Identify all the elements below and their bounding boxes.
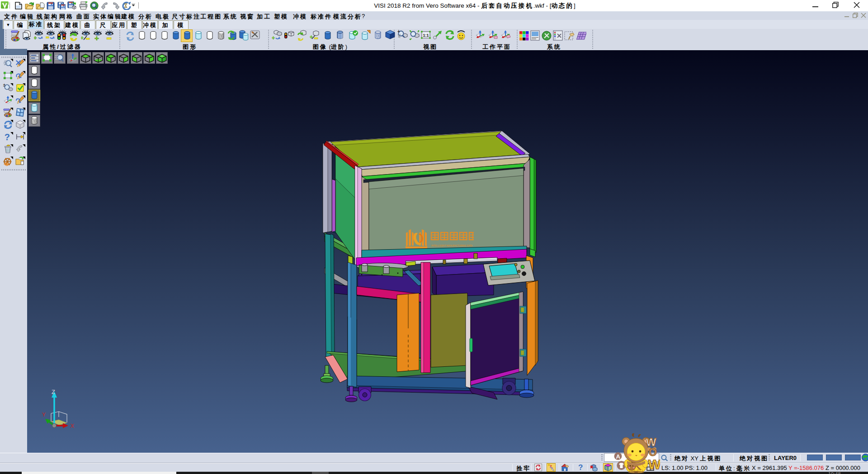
svg-text:+: + <box>272 35 275 41</box>
svg-text:?: ? <box>578 463 583 471</box>
svg-text:+: + <box>81 35 84 41</box>
svg-text:±: ± <box>3 83 5 87</box>
svg-text:+: + <box>94 34 99 42</box>
svg-text:W: W <box>648 457 660 472</box>
svg-text:X: X <box>71 423 74 429</box>
svg-text:+: + <box>34 34 37 41</box>
svg-text:1:1: 1:1 <box>423 33 429 38</box>
svg-text:Z: Z <box>52 389 55 395</box>
svg-text:INTELLIGENT MANUFACTURING DATA: INTELLIGENT MANUFACTURING DATA <box>431 244 473 247</box>
svg-text:Y: Y <box>42 412 46 418</box>
svg-text:?: ? <box>5 132 10 142</box>
svg-text:+: + <box>397 30 400 34</box>
svg-text:A: A <box>616 453 621 460</box>
svg-text:+: + <box>310 34 313 40</box>
